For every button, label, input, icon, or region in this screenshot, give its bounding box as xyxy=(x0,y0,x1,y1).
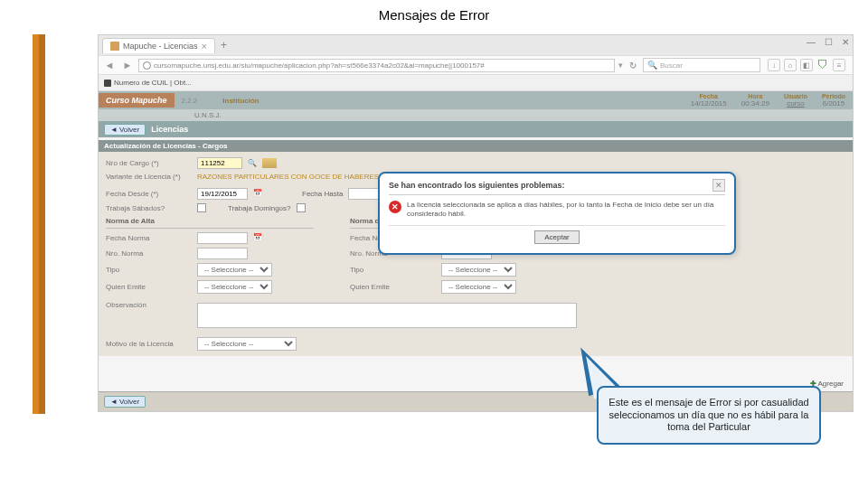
nro-cargo-label: Nro de Cargo (*) xyxy=(106,159,192,167)
nro-norma-alta-input[interactable] xyxy=(197,248,248,259)
search-placeholder: Buscar xyxy=(660,61,683,70)
fecha-value: 14/12/2015 xyxy=(691,99,727,108)
home-icon[interactable]: ⌂ xyxy=(784,59,797,71)
hora-label: Hora xyxy=(741,93,769,99)
page-subtitle: Licencias xyxy=(151,125,188,134)
tab-title: Mapuche - Licencias xyxy=(123,42,198,51)
reload-icon[interactable]: ↻ xyxy=(627,61,639,70)
download-icon[interactable]: ↓ xyxy=(768,59,780,71)
motivo-select[interactable]: -- Seleccione -- xyxy=(197,337,297,351)
forward-icon[interactable]: ► xyxy=(120,58,135,72)
volver-button-footer[interactable]: ◄Volver xyxy=(104,396,146,408)
maximize-icon[interactable]: ☐ xyxy=(825,37,833,47)
tipo-alta-label: Tipo xyxy=(106,266,192,274)
motivo-label: Motivo de la Licencia xyxy=(106,340,192,348)
tab-favicon xyxy=(110,42,119,51)
fecha-norma-alta-label: Fecha Norma xyxy=(106,234,192,242)
close-icon[interactable]: × xyxy=(202,41,207,52)
app-version: 2.2.2 xyxy=(175,97,205,105)
globe-icon xyxy=(143,61,151,70)
shield-icon[interactable]: ⛉ xyxy=(816,59,829,71)
nro-norma-alta-label: Nro. Norma xyxy=(106,249,192,258)
usuario-label: Usuario xyxy=(784,93,807,99)
tab-bar: Mapuche - Licencias × + — ☐ ✕ xyxy=(99,35,853,55)
aceptar-button[interactable]: Aceptar xyxy=(534,230,580,244)
volver-button[interactable]: ◄Volver xyxy=(104,124,146,136)
calendar-icon[interactable]: 📅 xyxy=(253,189,264,200)
accent-bar xyxy=(33,34,45,414)
fecha-desde-label: Fecha Desde (*) xyxy=(106,190,192,198)
periodo-label: Periodo xyxy=(822,93,845,99)
bookmarks-bar: Numero de CUIL | Obt... xyxy=(99,75,853,91)
usuario-value[interactable]: curso xyxy=(784,99,807,108)
tipo-baja-label: Tipo xyxy=(350,266,436,274)
url-input[interactable]: cursomapuche.unsj.edu.ar/siu/mapuche/apl… xyxy=(138,59,615,72)
norma-alta-header: Norma de Alta xyxy=(106,214,314,229)
observacion-label: Observación xyxy=(106,301,192,309)
variante-value: RAZONES PARTICULARES CON GOCE DE HABERES xyxy=(197,173,379,181)
bookmark-favicon xyxy=(104,80,111,87)
window-controls: — ☐ ✕ xyxy=(807,37,849,47)
modal-message: La licencia seleccionada se aplica a día… xyxy=(407,201,725,220)
back-arrow-icon: ◄ xyxy=(110,398,118,406)
section-header: Actualización de Licencias - Cargos xyxy=(99,140,853,152)
domingos-checkbox[interactable] xyxy=(297,203,306,212)
inst-value: U.N.S.J. xyxy=(194,111,222,119)
app-header: Curso Mapuche 2.2.2 Institución Fecha14/… xyxy=(99,91,853,109)
tipo-alta-select[interactable]: -- Seleccione -- xyxy=(197,263,272,277)
inst-label: Institución xyxy=(222,97,259,105)
bookmark-item[interactable]: Numero de CUIL | Obt... xyxy=(114,79,192,87)
emite-alta-label: Quien Emite xyxy=(106,283,192,291)
observacion-textarea[interactable] xyxy=(197,303,577,328)
toolbar-icons: ↓ ⌂ ◧ ⛉ ≡ xyxy=(764,59,849,71)
sabados-label: Trabaja Sábados? xyxy=(106,204,192,212)
nro-cargo-input[interactable] xyxy=(197,157,242,169)
sidebar-icon[interactable]: ◧ xyxy=(800,59,813,71)
url-text: cursomapuche.unsj.edu.ar/siu/mapuche/apl… xyxy=(154,61,485,70)
emite-alta-select[interactable]: -- Seleccione -- xyxy=(197,280,272,294)
people-icon[interactable] xyxy=(262,158,277,168)
error-modal: Se han encontrado los siguientes problem… xyxy=(378,172,736,255)
variante-label: Variante de Licencia (*) xyxy=(106,173,192,181)
back-icon[interactable]: ◄ xyxy=(102,58,117,72)
browser-tab[interactable]: Mapuche - Licencias × xyxy=(102,38,215,53)
sabados-checkbox[interactable] xyxy=(197,203,206,212)
back-arrow-icon: ◄ xyxy=(110,126,118,134)
tipo-baja-select[interactable]: -- Seleccione -- xyxy=(441,263,516,277)
calendar-icon[interactable]: 📅 xyxy=(253,233,264,244)
callout-box: Este es el mensaje de Error si por casua… xyxy=(597,386,821,445)
dropdown-icon[interactable]: ▾ xyxy=(618,61,623,70)
periodo-value: 6/2015 xyxy=(822,99,845,108)
fecha-norma-alta-input[interactable] xyxy=(197,232,248,244)
callout-text: Este es el mensaje de Error si por casua… xyxy=(609,397,808,433)
close-icon[interactable]: ✕ xyxy=(712,179,725,192)
fecha-hasta-label: Fecha Hasta xyxy=(302,190,343,198)
address-bar: ◄ ► cursomapuche.unsj.edu.ar/siu/mapuche… xyxy=(99,55,853,75)
search-icon: 🔍 xyxy=(647,61,657,70)
domingos-label: Trabaja Domingos? xyxy=(228,204,291,212)
inst-row: U.N.S.J. xyxy=(99,109,853,121)
emite-baja-select[interactable]: -- Seleccione -- xyxy=(441,280,516,294)
fecha-desde-input[interactable] xyxy=(197,188,248,200)
slide-title: Mensajes de Error xyxy=(0,0,868,30)
new-tab-button[interactable]: + xyxy=(215,39,232,52)
emite-baja-label: Quien Emite xyxy=(350,283,436,291)
hora-value: 00:34:29 xyxy=(741,99,769,108)
error-icon: ✕ xyxy=(389,201,401,213)
modal-title: Se han encontrado los siguientes problem… xyxy=(389,181,565,190)
close-window-icon[interactable]: ✕ xyxy=(842,37,849,47)
search-icon[interactable]: 🔍 xyxy=(248,159,257,167)
search-input[interactable]: 🔍 Buscar xyxy=(643,58,760,72)
sub-header: ◄Volver Licencias xyxy=(99,121,853,137)
minimize-icon[interactable]: — xyxy=(807,37,816,47)
fecha-label: Fecha xyxy=(691,93,727,99)
menu-icon[interactable]: ≡ xyxy=(833,59,845,71)
app-brand: Curso Mapuche xyxy=(99,93,175,108)
